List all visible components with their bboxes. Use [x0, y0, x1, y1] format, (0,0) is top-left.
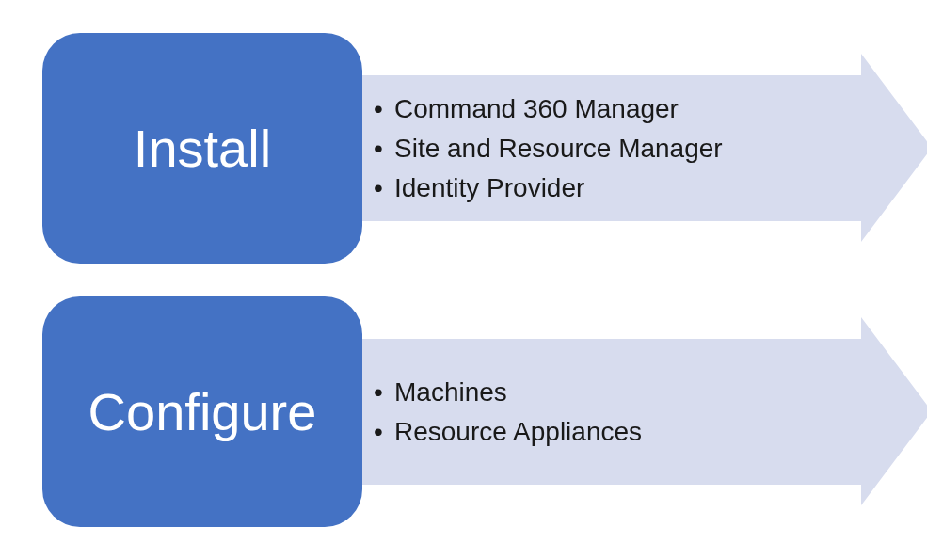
- configure-items-list: Machines Resource Appliances: [374, 373, 861, 452]
- install-row: Command 360 Manager Site and Resource Ma…: [42, 33, 927, 264]
- configure-box: Configure: [42, 296, 362, 527]
- install-items-list: Command 360 Manager Site and Resource Ma…: [374, 89, 861, 208]
- list-item: Site and Resource Manager: [374, 129, 861, 168]
- configure-arrow-head-icon: [861, 317, 927, 505]
- install-box-label: Install: [134, 118, 271, 179]
- list-item: Command 360 Manager: [374, 89, 861, 129]
- list-item: Machines: [374, 373, 861, 412]
- configure-box-label: Configure: [88, 381, 317, 442]
- install-box: Install: [42, 33, 362, 264]
- configure-row: Machines Resource Appliances Configure: [42, 296, 927, 527]
- install-arrow-head-icon: [861, 54, 927, 242]
- list-item: Identity Provider: [374, 168, 861, 208]
- list-item: Resource Appliances: [374, 412, 861, 452]
